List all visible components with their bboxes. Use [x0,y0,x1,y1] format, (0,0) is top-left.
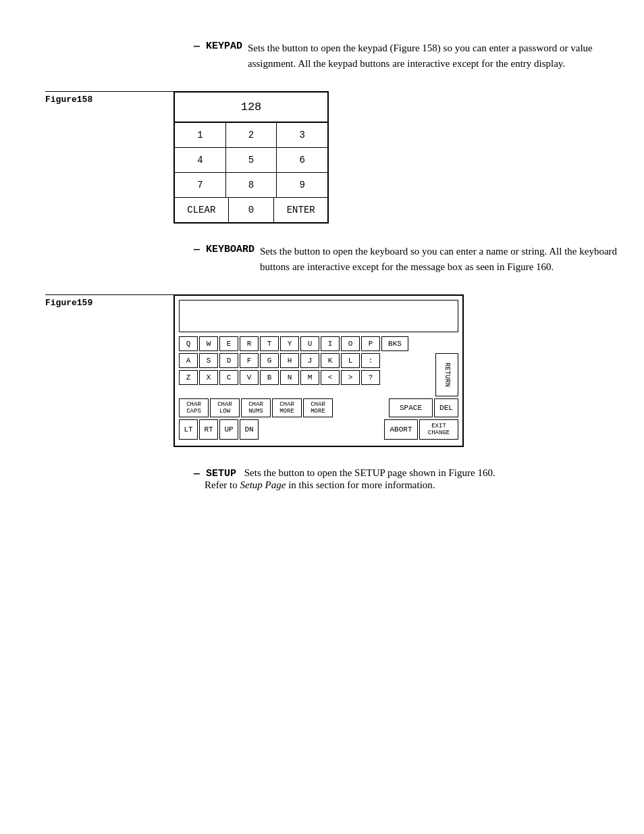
kb-row-5: LT RT UP DN ABORT EXITCHANGE [179,419,458,440]
kb-btn-up-nav[interactable]: UP [219,419,238,440]
kb-btn-colon[interactable]: : [361,353,380,368]
kb-btn-gt[interactable]: > [341,370,360,385]
kb-row-4: CHARCAPS CHARLOW CHARNUMS CHARMORE CHARM… [179,398,458,417]
kb-btn-char-caps[interactable]: CHARCAPS [179,398,209,417]
kb-btn-y[interactable]: Y [280,336,299,351]
keypad-row-4: CLEAR 0 ENTER [175,198,327,222]
kb-btn-x[interactable]: X [199,370,218,385]
keypad-desc-text: Sets the button to open the keypad (Figu… [248,41,626,71]
kb-btn-rt-nav[interactable]: RT [199,419,218,440]
keyboard-figure: Q W E R T Y U I O P BKS A S D [173,294,464,447]
kb-btn-j[interactable]: J [300,353,319,368]
keypad-row-2: 4 5 6 [175,148,327,173]
kb-btn-char-low[interactable]: CHARLOW [210,398,240,417]
figure-158-section: Figure158 128 1 2 3 4 5 6 7 8 9 CLEAR 0 … [45,91,626,224]
keyboard-message-box [179,300,458,332]
kb-btn-char-more-1[interactable]: CHARMORE [272,398,302,417]
kb-btn-m[interactable]: M [300,370,319,385]
kb-btn-w[interactable]: W [199,336,218,351]
keyboard-description: — KEYBOARD Sets the button to open the k… [194,244,626,274]
kb-btn-s[interactable]: S [199,353,218,368]
kb-btn-return[interactable]: RETURN [435,353,458,396]
kb-btn-f[interactable]: F [240,353,259,368]
kb-btn-space[interactable]: SPACE [389,398,433,417]
setup-text1: Sets the button to open the SETUP page s… [244,467,495,478]
kb-btn-p[interactable]: P [361,336,380,351]
keypad-keyword: — KEYPAD [194,41,242,52]
kb-btn-u[interactable]: U [300,336,319,351]
kb-btn-v[interactable]: V [240,370,259,385]
keypad-display: 128 [175,93,327,123]
kb-btn-exit-change[interactable]: EXITCHANGE [419,419,458,440]
kb-btn-l[interactable]: L [341,353,360,368]
figure-159-label: Figure159 [45,294,173,308]
kb-btn-i[interactable]: I [321,336,340,351]
kb-btn-k[interactable]: K [321,353,340,368]
keyboard-desc-text: Sets the button to open the keyboard so … [260,244,626,274]
kb-row-3: Z X C V B N M < > ? [179,370,434,385]
kb-row5-spacer [260,419,383,440]
kb-btn-bks[interactable]: BKS [381,336,408,351]
setup-italic: Setup Page [240,479,286,490]
kb-row-1: Q W E R T Y U I O P BKS [179,336,458,351]
keypad-figure: 128 1 2 3 4 5 6 7 8 9 CLEAR 0 ENTER [173,91,329,224]
keypad-btn-4[interactable]: 4 [175,148,226,172]
kb-btn-z[interactable]: Z [179,370,198,385]
kb-btn-del[interactable]: DEL [434,398,458,417]
keypad-btn-clear[interactable]: CLEAR [175,198,229,222]
keypad-btn-8[interactable]: 8 [226,173,277,197]
keypad-btn-0[interactable]: 0 [229,198,275,222]
kb-btn-n[interactable]: N [280,370,299,385]
kb-btn-o[interactable]: O [341,336,360,351]
setup-description: — SETUP Sets the button to open the SETU… [194,467,626,491]
kb-row4-spacer [334,398,387,417]
kb-btn-dn-nav[interactable]: DN [240,419,259,440]
kb-btn-char-nums[interactable]: CHARNUMS [241,398,271,417]
keypad-description: — KEYPAD Sets the button to open the key… [194,41,626,71]
keyboard-keyword: — KEYBOARD [194,244,254,255]
keypad-btn-1[interactable]: 1 [175,123,226,147]
keypad-btn-5[interactable]: 5 [226,148,277,172]
setup-text2: Refer to Setup Page in this section for … [205,479,435,490]
keypad-row-3: 7 8 9 [175,173,327,198]
setup-keyword: — SETUP [194,468,236,479]
keypad-btn-7[interactable]: 7 [175,173,226,197]
kb-btn-e[interactable]: E [219,336,238,351]
kb-btn-r[interactable]: R [240,336,259,351]
keypad-btn-3[interactable]: 3 [277,123,327,147]
kb-btn-h[interactable]: H [280,353,299,368]
kb-rows-with-return: A S D F G H J K L : Z X [179,353,458,396]
kb-btn-lt-nav[interactable]: LT [179,419,198,440]
kb-btn-d[interactable]: D [219,353,238,368]
kb-btn-abort[interactable]: ABORT [384,419,418,440]
kb-btn-a[interactable]: A [179,353,198,368]
kb-btn-q[interactable]: Q [179,336,198,351]
kb-btn-lt[interactable]: < [321,370,340,385]
keypad-btn-2[interactable]: 2 [226,123,277,147]
keypad-btn-6[interactable]: 6 [277,148,327,172]
figure-158-label: Figure158 [45,91,173,105]
kb-rows-left: A S D F G H J K L : Z X [179,353,434,396]
kb-btn-t[interactable]: T [260,336,279,351]
keypad-row-1: 1 2 3 [175,123,327,148]
kb-btn-question[interactable]: ? [361,370,380,385]
kb-btn-g[interactable]: G [260,353,279,368]
kb-row-2: A S D F G H J K L : [179,353,434,368]
keypad-btn-9[interactable]: 9 [277,173,327,197]
keypad-btn-enter[interactable]: ENTER [274,198,327,222]
kb-btn-b[interactable]: B [260,370,279,385]
kb-btn-c[interactable]: C [219,370,238,385]
figure-159-section: Figure159 Q W E R T Y U I O P BKS [45,294,626,447]
kb-btn-char-more-2[interactable]: CHARMORE [303,398,333,417]
page-content: — KEYPAD Sets the button to open the key… [18,41,626,491]
